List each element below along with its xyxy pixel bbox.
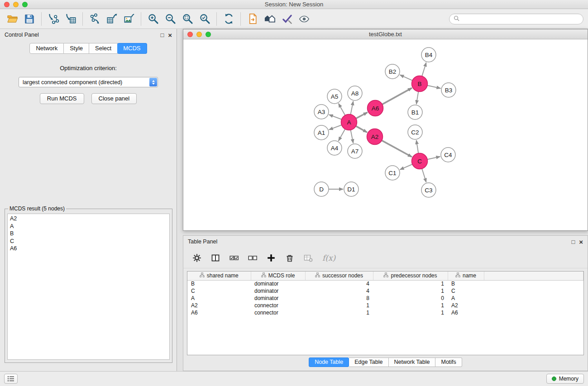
cell-name[interactable]: A <box>448 295 484 302</box>
node-B1[interactable]: B1 <box>408 105 422 119</box>
zoom-selected-icon[interactable] <box>196 10 213 28</box>
node-C[interactable]: C <box>412 153 428 169</box>
edge-A6-B[interactable] <box>382 88 412 104</box>
cell-successor-nodes[interactable]: 4 <box>305 280 373 287</box>
table-row[interactable]: A6connector11A6 <box>187 309 583 316</box>
node-C1[interactable]: C1 <box>385 166 400 180</box>
search-input[interactable] <box>462 16 579 22</box>
node-A6[interactable]: A6 <box>368 100 383 116</box>
edge-C-C1[interactable] <box>400 164 412 170</box>
column-header-name[interactable]: name <box>448 272 484 280</box>
table-row[interactable]: Cdominator41C <box>187 287 583 295</box>
tab-mcds[interactable]: MCDS <box>117 43 147 54</box>
cell-mcds-role[interactable]: dominator <box>251 280 305 287</box>
edge-A-A4[interactable] <box>339 129 345 141</box>
cell-predecessor-nodes[interactable]: 0 <box>373 295 448 302</box>
edge-A-A3[interactable] <box>329 114 342 119</box>
tab-edge-table[interactable]: Edge Table <box>349 357 388 367</box>
column-header-successor-nodes[interactable]: successor nodes <box>305 272 373 280</box>
network-minimize-button[interactable] <box>196 32 202 37</box>
edge-B-B4[interactable] <box>422 62 426 76</box>
mcds-result-item[interactable]: A <box>8 223 169 230</box>
task-history-button[interactable] <box>4 374 18 384</box>
node-B4[interactable]: B4 <box>421 48 436 62</box>
column-header-shared-name[interactable]: shared name <box>187 272 251 280</box>
memory-button[interactable]: Memory <box>546 374 584 384</box>
cell-successor-nodes[interactable]: 1 <box>305 302 373 309</box>
node-C4[interactable]: C4 <box>441 148 455 162</box>
cell-shared-name[interactable]: A <box>187 295 251 302</box>
zoom-fit-icon[interactable] <box>179 10 196 28</box>
node-A3[interactable]: A3 <box>314 105 329 119</box>
apply-style-icon[interactable] <box>278 10 296 28</box>
cell-mcds-role[interactable]: dominator <box>251 287 305 295</box>
node-C2[interactable]: C2 <box>408 125 422 139</box>
node-D[interactable]: D <box>314 182 329 196</box>
node-B3[interactable]: B3 <box>441 83 456 97</box>
network-close-button[interactable] <box>187 32 193 37</box>
delete-table-icon[interactable] <box>302 252 315 264</box>
node-B[interactable]: B <box>412 76 428 92</box>
cell-mcds-role[interactable]: connector <box>251 302 305 309</box>
node-A4[interactable]: A4 <box>327 141 342 155</box>
edge-A2-C[interactable] <box>382 140 412 157</box>
open-icon[interactable] <box>4 10 21 28</box>
cell-mcds-role[interactable]: dominator <box>251 295 305 302</box>
network-window-titlebar[interactable]: testGlobe.txt <box>183 29 588 39</box>
table-float-panel-icon[interactable]: □ <box>571 239 575 245</box>
edge-B-B1[interactable] <box>416 91 419 104</box>
delete-icon[interactable] <box>283 252 296 264</box>
cell-mcds-role[interactable]: connector <box>251 309 305 316</box>
settings-icon[interactable] <box>191 252 203 264</box>
network-graph[interactable]: B4B2BB3A8A5A6A3B1AA1C2A2A4A7C4CC1DD1C3 <box>183 39 588 230</box>
cell-shared-name[interactable]: A2 <box>187 302 251 309</box>
node-C3[interactable]: C3 <box>421 183 436 197</box>
tab-motifs[interactable]: Motifs <box>435 357 462 367</box>
node-A8[interactable]: A8 <box>348 86 362 100</box>
select-all-icon[interactable] <box>228 252 240 264</box>
refresh-icon[interactable] <box>220 10 237 28</box>
tab-network[interactable]: Network <box>29 43 64 54</box>
mcds-result-list[interactable]: A2ABCA6 <box>7 214 170 360</box>
tab-node-table[interactable]: Node Table <box>309 357 349 367</box>
cell-predecessor-nodes[interactable]: 1 <box>373 302 448 309</box>
export-image-icon[interactable] <box>120 10 138 28</box>
node-A7[interactable]: A7 <box>348 144 362 158</box>
cell-predecessor-nodes[interactable]: 1 <box>373 287 448 295</box>
zoom-out-icon[interactable] <box>162 10 179 28</box>
edge-A-A5[interactable] <box>339 104 345 115</box>
eye-icon[interactable] <box>296 10 313 28</box>
export-table-icon[interactable] <box>103 10 120 28</box>
column-header-mcds-role[interactable]: MCDS role <box>251 272 305 280</box>
cell-name[interactable]: A6 <box>448 309 484 316</box>
function-builder-icon[interactable]: f(x) <box>322 253 335 262</box>
save-icon[interactable] <box>21 10 38 28</box>
zoom-in-icon[interactable] <box>144 10 162 28</box>
import-table-icon[interactable] <box>62 10 79 28</box>
network-canvas[interactable]: B4B2BB3A8A5A6A3B1AA1C2A2A4A7C4CC1DD1C3 <box>183 39 588 230</box>
mcds-result-item[interactable]: B <box>8 230 169 238</box>
run-mcds-button[interactable]: Run MCDS <box>40 93 84 104</box>
cell-successor-nodes[interactable]: 8 <box>305 295 373 302</box>
table-row[interactable]: Bdominator41B <box>187 280 583 287</box>
edge-C-C4[interactable] <box>427 157 440 159</box>
tab-network-table[interactable]: Network Table <box>389 357 436 367</box>
add-icon[interactable] <box>265 252 277 264</box>
node-A[interactable]: A <box>341 114 357 130</box>
cell-name[interactable]: A2 <box>448 302 484 309</box>
edge-A-A8[interactable] <box>351 101 354 114</box>
close-window-button[interactable] <box>4 2 10 7</box>
edge-B-B3[interactable] <box>427 86 440 89</box>
node-A5[interactable]: A5 <box>327 89 342 104</box>
edge-B-B2[interactable] <box>400 75 412 80</box>
table-close-panel-icon[interactable]: × <box>579 239 583 245</box>
edge-A-A1[interactable] <box>329 125 342 129</box>
optimization-criterion-dropdown[interactable]: largest connected component (directed) <box>19 77 158 87</box>
column-header-predecessor-nodes[interactable]: predecessor nodes <box>373 272 448 280</box>
cell-predecessor-nodes[interactable]: 1 <box>373 309 448 316</box>
node-B2[interactable]: B2 <box>385 64 400 79</box>
tab-style[interactable]: Style <box>64 43 89 54</box>
cell-shared-name[interactable]: C <box>187 287 251 295</box>
tab-select[interactable]: Select <box>89 43 118 54</box>
table-row[interactable]: Adominator80A <box>187 295 583 302</box>
